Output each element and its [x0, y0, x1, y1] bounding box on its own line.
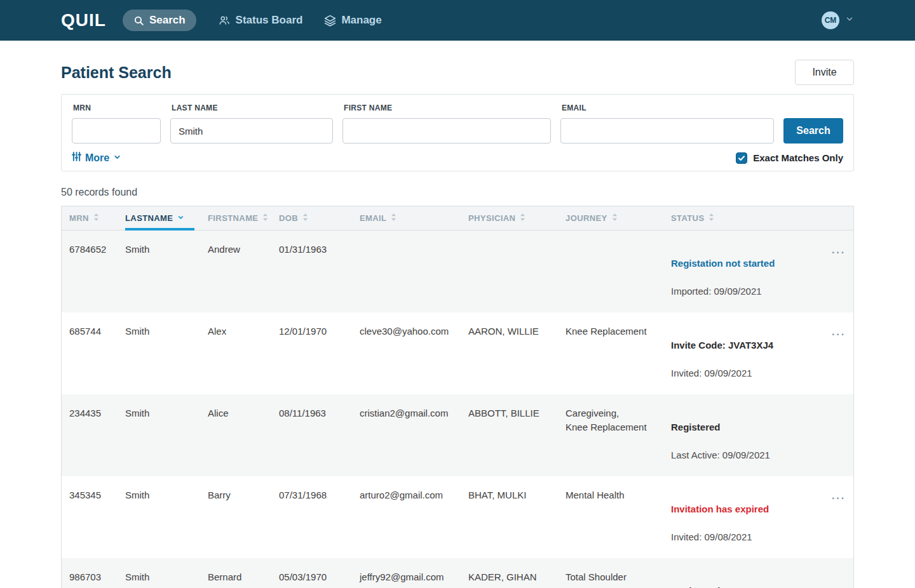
sort-icon: [520, 213, 525, 223]
cell-status: Invitation has expired Invited: 09/08/20…: [671, 476, 817, 558]
status-title: Registered: [671, 584, 808, 588]
last-name-label: LAST NAME: [172, 104, 333, 112]
status-subtext: Last Active: 09/09/2021: [671, 448, 808, 462]
email-label: EMAIL: [562, 104, 774, 112]
search-fields: MRN LAST NAME FIRST NAME EMAIL Search: [72, 104, 843, 144]
exact-matches-toggle[interactable]: Exact Matches Only: [736, 152, 843, 164]
cell-dob: 01/31/1963: [279, 231, 360, 312]
top-navbar: QUIL Search Status Board: [0, 0, 915, 41]
row-actions-ellipsis-button[interactable]: ···: [817, 476, 846, 558]
mrn-input[interactable]: [72, 118, 161, 144]
cell-email: arturo2@gmail.com: [360, 476, 468, 558]
cell-mrn: 345345: [69, 476, 125, 558]
last-name-input[interactable]: [170, 118, 333, 144]
mrn-label: MRN: [73, 104, 161, 112]
more-filters-link[interactable]: More: [72, 152, 121, 164]
cell-physician: BHAT, MULKI: [468, 476, 566, 558]
cell-status: Registered Last Active: 09/07/2021: [671, 558, 817, 588]
column-header-email[interactable]: EMAIL: [360, 206, 468, 230]
cell-firstname: Andrew: [208, 231, 279, 312]
status-title: Invitation has expired: [671, 502, 808, 516]
table-row: 234435 Smith Alice 08/11/1963 cristian2@…: [62, 394, 853, 476]
status-title: Registered: [671, 420, 808, 434]
first-name-label: FIRST NAME: [344, 104, 551, 112]
cell-mrn: 234435: [69, 394, 125, 476]
cell-physician: AARON, WILLIE: [468, 312, 566, 394]
nav-item-status-board[interactable]: Status Board: [218, 14, 303, 27]
sort-icon: [262, 213, 268, 223]
sort-icon: [708, 213, 714, 223]
sort-icon: [302, 213, 308, 223]
sort-icon: [391, 213, 396, 223]
table-row: 986703 Smith Bernard 05/03/1970 jeffry92…: [62, 558, 853, 588]
column-header-physician[interactable]: PHYSICIAN: [468, 206, 566, 230]
cell-journey: Knee Replacement: [566, 312, 671, 394]
search-panel-bottom: More Exact Matches Only: [72, 152, 843, 164]
cell-journey: Mental Health: [566, 476, 671, 558]
status-title: Registation not started: [671, 257, 808, 271]
email-field-group: EMAIL: [560, 104, 774, 144]
column-header-lastname[interactable]: LASTNAME: [125, 206, 208, 230]
table-row: 6784652 Smith Andrew 01/31/1963 Registat…: [62, 231, 853, 312]
quil-logo[interactable]: QUIL: [61, 10, 106, 30]
sliders-icon: [72, 152, 81, 164]
column-header-firstname[interactable]: FIRSTNAME: [208, 206, 279, 230]
cell-mrn: 986703: [69, 558, 125, 588]
mrn-field-group: MRN: [72, 104, 161, 144]
sort-desc-icon: [177, 213, 184, 223]
nav-item-manage[interactable]: Manage: [324, 14, 381, 27]
more-link-label: More: [85, 152, 109, 164]
cell-lastname: Smith: [125, 231, 208, 312]
sort-icon: [93, 213, 99, 223]
invite-button[interactable]: Invite: [795, 60, 854, 85]
search-button[interactable]: Search: [783, 118, 843, 144]
exact-matches-checkbox[interactable]: [736, 152, 747, 164]
layers-icon: [324, 15, 336, 27]
table-row: 685744 Smith Alex 12/01/1970 cleve30@yah…: [62, 312, 853, 394]
exact-matches-label: Exact Matches Only: [753, 152, 843, 163]
status-title: Invite Code: JVAT3XJ4: [671, 338, 808, 352]
avatar[interactable]: CM: [822, 11, 839, 29]
account-menu[interactable]: CM: [822, 11, 854, 29]
cell-email: [360, 231, 468, 312]
main-content: Patient Search Invite MRN LAST NAME FIRS…: [0, 60, 915, 588]
cell-firstname: Alex: [208, 312, 279, 394]
cell-physician: ABBOTT, BILLIE: [468, 394, 566, 476]
people-icon: [218, 15, 231, 26]
cell-email: cleve30@yahoo.com: [360, 312, 468, 394]
cell-journey: Caregiveing, Knee Replacement: [566, 394, 671, 476]
nav-item-label: Status Board: [236, 14, 303, 27]
status-subtext: Imported: 09/09/2021: [671, 284, 808, 298]
last-name-field-group: LAST NAME: [170, 104, 333, 144]
status-subtext: Invited: 09/08/2021: [671, 530, 808, 544]
first-name-input[interactable]: [342, 118, 551, 144]
nav-item-label: Search: [149, 14, 186, 27]
email-input[interactable]: [560, 118, 774, 144]
patients-table: MRN LASTNAME FIRSTNAME DOB EMAIL: [61, 206, 854, 588]
nav-items: Search Status Board Manage: [123, 10, 822, 31]
row-actions-ellipsis-button[interactable]: ···: [817, 312, 846, 394]
nav-item-search[interactable]: Search: [123, 10, 196, 31]
column-header-dob[interactable]: DOB: [279, 206, 360, 230]
cell-firstname: Alice: [208, 394, 279, 476]
cell-status: Invite Code: JVAT3XJ4 Invited: 09/09/202…: [671, 312, 817, 394]
column-header-journey[interactable]: JOURNEY: [566, 206, 671, 230]
cell-physician: KADER, GIHAN: [468, 558, 566, 588]
cell-physician: [468, 231, 566, 312]
chevron-down-icon: [845, 15, 854, 26]
cell-dob: 05/03/1970: [279, 558, 360, 588]
column-header-status[interactable]: STATUS: [671, 206, 817, 230]
table-header-row: MRN LASTNAME FIRSTNAME DOB EMAIL: [62, 206, 853, 231]
page-title: Patient Search: [61, 63, 172, 82]
table-body: 6784652 Smith Andrew 01/31/1963 Registat…: [62, 231, 853, 588]
cell-journey: Total Shoulder: [566, 558, 671, 588]
sort-icon: [612, 213, 618, 223]
search-panel: MRN LAST NAME FIRST NAME EMAIL Search: [61, 94, 854, 171]
cell-lastname: Smith: [125, 476, 208, 558]
cell-mrn: 6784652: [69, 231, 125, 312]
first-name-field-group: FIRST NAME: [342, 104, 551, 144]
nav-item-label: Manage: [341, 14, 381, 27]
row-actions-ellipsis-button[interactable]: ···: [817, 231, 846, 312]
cell-firstname: Barry: [208, 476, 279, 558]
column-header-mrn[interactable]: MRN: [69, 206, 125, 230]
